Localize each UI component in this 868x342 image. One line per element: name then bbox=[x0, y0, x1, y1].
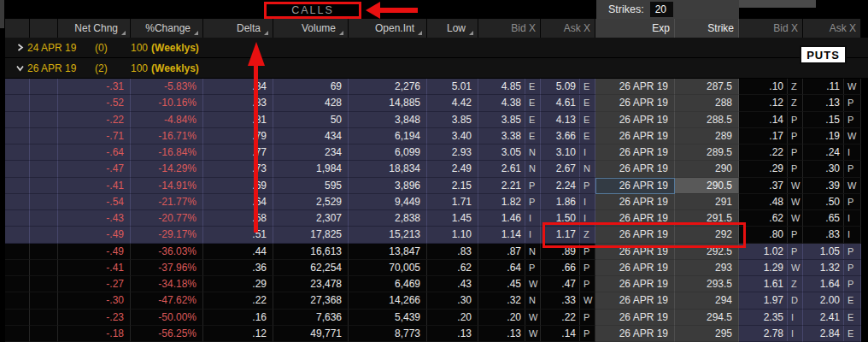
value-text: .84 bbox=[252, 80, 267, 92]
exchange-code: N bbox=[525, 144, 540, 160]
call-bid-cell[interactable]: .32N bbox=[478, 292, 541, 309]
call-bid-cell[interactable]: 3.85E bbox=[478, 112, 541, 128]
put-ask-cell[interactable]: .24I bbox=[803, 144, 861, 161]
value-text: -.18 bbox=[106, 327, 124, 339]
call-bid-cell[interactable]: 4.38E bbox=[478, 95, 541, 111]
put-ask-cell[interactable]: .50P bbox=[803, 194, 861, 210]
call-bid-cell[interactable]: .20W bbox=[478, 310, 541, 326]
column-header-pct-change-cell[interactable]: %Change bbox=[131, 19, 203, 38]
chevron-down-icon[interactable] bbox=[12, 64, 27, 72]
pct-change-cell: -10.16% bbox=[131, 95, 203, 111]
open-int-cell: 2,276 bbox=[349, 79, 427, 95]
put-bid-cell[interactable]: .37W bbox=[739, 178, 803, 194]
column-header-volume-cell[interactable]: Volume bbox=[273, 19, 349, 38]
call-ask-cell[interactable]: 1.50I bbox=[541, 210, 595, 227]
column-header-open-int-cell[interactable]: Open.Int bbox=[349, 19, 427, 38]
call-ask-cell[interactable]: 3.10I bbox=[541, 144, 595, 161]
put-bid-cell[interactable]: 1.02P bbox=[739, 244, 803, 260]
put-ask-cell[interactable]: .65I bbox=[803, 210, 861, 227]
expiration-group-26apr[interactable]: 26 APR 19 (2) 100 (Weeklys) bbox=[5, 58, 868, 79]
column-header-call-ask-cell[interactable]: Ask X bbox=[541, 19, 595, 38]
put-ask-cell[interactable]: 1.64P bbox=[803, 276, 861, 292]
strikes-count-dropdown[interactable]: 20 bbox=[650, 2, 673, 17]
call-bid-cell[interactable]: 1.14I bbox=[478, 227, 541, 243]
put-ask-cell[interactable]: .83I bbox=[803, 227, 861, 243]
call-ask-cell[interactable]: 2.24P bbox=[541, 178, 595, 194]
value-text: -29.17% bbox=[158, 228, 196, 240]
call-bid-cell[interactable]: .87N bbox=[478, 244, 541, 260]
put-bid-cell[interactable]: 1.61Z bbox=[739, 276, 803, 292]
call-bid-cell[interactable]: .45W bbox=[478, 276, 541, 292]
call-bid-cell[interactable]: .13W bbox=[478, 326, 541, 342]
call-bid-cell[interactable]: 2.21P bbox=[478, 178, 541, 194]
put-bid-cell[interactable]: .17P bbox=[739, 128, 803, 144]
put-bid-cell[interactable]: .80P bbox=[739, 227, 803, 243]
column-header-net-chng-cell[interactable]: Net Chng bbox=[58, 19, 131, 38]
column-header-put-ask-cell[interactable]: Ask X bbox=[803, 19, 861, 38]
put-ask-cell[interactable]: 1.05P bbox=[803, 244, 861, 260]
put-bid-cell[interactable]: .14P bbox=[739, 112, 803, 128]
column-header-low-cell[interactable]: Low bbox=[427, 19, 478, 38]
put-ask-cell[interactable]: .15P bbox=[803, 112, 861, 128]
call-ask-cell[interactable]: 5.09E bbox=[541, 79, 595, 95]
call-bid-cell[interactable]: 1.82P bbox=[478, 194, 541, 210]
expiration-group-24apr[interactable]: 24 APR 19 (0) 100 (Weeklys) bbox=[5, 38, 868, 58]
column-header-strike-cell[interactable]: Strike bbox=[675, 19, 739, 38]
call-ask-cell[interactable]: .33W bbox=[541, 292, 595, 309]
call-ask-cell[interactable]: .66P bbox=[541, 260, 595, 276]
put-bid-cell[interactable]: 1.29W bbox=[739, 260, 803, 276]
call-bid-cell[interactable]: 2.61N bbox=[478, 161, 541, 177]
net-chng-cell: -.49 bbox=[58, 227, 131, 243]
spacer-cell bbox=[30, 178, 58, 194]
put-ask-cell[interactable]: 2.84E bbox=[803, 326, 861, 342]
exp-cell: 26 APR 19 bbox=[595, 95, 675, 111]
put-bid-cell[interactable]: .10Z bbox=[739, 79, 803, 95]
put-ask-cell[interactable]: .39W bbox=[803, 178, 861, 194]
put-bid-cell[interactable]: .29P bbox=[739, 161, 803, 177]
put-ask-cell[interactable]: .13P bbox=[803, 95, 861, 111]
put-bid-cell[interactable]: .62W bbox=[739, 210, 803, 227]
price-text: .12 bbox=[739, 97, 787, 109]
column-header-put-bid-cell[interactable]: Bid X bbox=[739, 19, 803, 38]
put-bid-cell[interactable]: 2.78I bbox=[739, 326, 803, 342]
put-ask-cell[interactable]: 1.32P bbox=[803, 260, 861, 276]
call-bid-cell[interactable]: 3.38E bbox=[478, 128, 541, 144]
call-bid-cell[interactable]: 3.05N bbox=[478, 144, 541, 161]
value-text: 1,984 bbox=[316, 162, 342, 174]
call-ask-cell[interactable]: 1.86I bbox=[541, 194, 595, 210]
price-text: 1.46 bbox=[478, 212, 525, 224]
call-ask-cell[interactable]: 3.66E bbox=[541, 128, 595, 144]
put-ask-cell[interactable]: 2.41E bbox=[803, 310, 861, 326]
put-bid-cell[interactable]: 1.97D bbox=[739, 292, 803, 309]
column-header-label: Delta bbox=[237, 22, 261, 34]
header-spacer-cell bbox=[30, 19, 58, 38]
price-text: 1.32 bbox=[803, 262, 843, 274]
put-bid-cell[interactable]: .22P bbox=[739, 144, 803, 161]
put-ask-cell[interactable]: .19W bbox=[803, 128, 861, 144]
call-ask-cell[interactable]: 4.61E bbox=[541, 95, 595, 111]
put-bid-cell[interactable]: 2.35I bbox=[739, 310, 803, 326]
put-bid-cell[interactable]: .12Z bbox=[739, 95, 803, 111]
column-header-exp-cell[interactable]: Exp bbox=[595, 19, 675, 38]
put-ask-cell[interactable]: .11W bbox=[803, 79, 861, 95]
call-ask-cell[interactable]: .14P bbox=[541, 326, 595, 342]
call-bid-cell[interactable]: .64P bbox=[478, 260, 541, 276]
price-text: 1.02 bbox=[739, 245, 787, 257]
value-text: 6,194 bbox=[395, 130, 420, 142]
call-ask-cell[interactable]: 1.17Z bbox=[541, 227, 595, 243]
call-bid-cell[interactable]: 1.46I bbox=[478, 210, 541, 227]
put-ask-cell[interactable]: .30P bbox=[803, 161, 861, 177]
call-ask-cell[interactable]: .22P bbox=[541, 310, 595, 326]
call-ask-cell[interactable]: 2.67N bbox=[541, 161, 595, 177]
call-ask-cell[interactable]: 4.13E bbox=[541, 112, 595, 128]
put-bid-cell[interactable]: .48W bbox=[739, 194, 803, 210]
value-text: 15,213 bbox=[389, 228, 420, 240]
chevron-right-icon[interactable] bbox=[12, 44, 27, 51]
value-text: 292.5 bbox=[707, 245, 732, 257]
put-ask-cell[interactable]: 2.00E bbox=[803, 292, 861, 309]
column-header-call-bid-cell[interactable]: Bid X bbox=[478, 19, 541, 38]
call-ask-cell[interactable]: .47P bbox=[541, 276, 595, 292]
column-header-delta-cell[interactable]: Delta bbox=[203, 19, 273, 38]
call-bid-cell[interactable]: 4.85E bbox=[478, 79, 541, 95]
call-ask-cell[interactable]: .89P bbox=[541, 244, 595, 260]
